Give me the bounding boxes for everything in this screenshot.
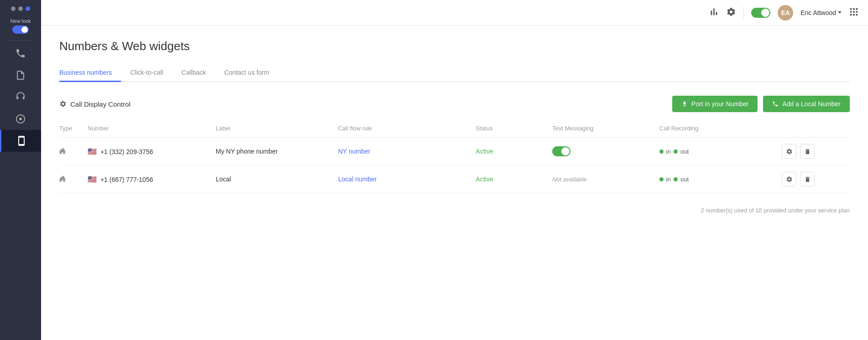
row2-recording: in out	[654, 165, 776, 193]
row1-recording-indicators: in out	[659, 148, 771, 155]
row2-rec-in-label: in	[666, 176, 671, 183]
dot-2	[18, 6, 23, 11]
sidebar-item-headset[interactable]	[0, 86, 41, 108]
port-in-button[interactable]: Port in your Number	[672, 96, 758, 112]
col-callflow: Call flow rule	[333, 121, 471, 138]
col-status: Status	[471, 121, 547, 138]
table-header: Type Number Label Call flow rule Status …	[59, 121, 850, 138]
trash-icon	[804, 148, 811, 155]
svg-rect-13	[63, 151, 63, 152]
row2-rec-out-dot	[674, 177, 678, 181]
row2-textmsg: Not available	[547, 165, 654, 193]
row2-status: Active	[471, 165, 547, 193]
svg-rect-6	[856, 11, 858, 13]
call-display-label: Call Display Control	[70, 100, 131, 108]
row2-number: 🇺🇸 +1 (667) 777-1056	[82, 165, 210, 193]
row1-action-col	[782, 144, 844, 159]
sidebar-divider-1	[8, 40, 33, 41]
tab-business-numbers[interactable]: Business numbers	[59, 64, 121, 82]
svg-rect-9	[856, 14, 858, 15]
row1-callflow-link[interactable]: NY number	[338, 148, 371, 155]
svg-rect-1	[850, 8, 852, 10]
row1-recording: in out	[654, 138, 776, 165]
svg-rect-15	[64, 177, 65, 178]
row1-rec-out-label: out	[680, 148, 689, 155]
tabs-bar: Business numbers Click-to-call Callback …	[59, 64, 850, 82]
new-look-badge: New look	[10, 18, 31, 34]
row1-textmsg-toggle[interactable]	[552, 146, 570, 156]
svg-rect-14	[63, 177, 63, 178]
row2-type	[59, 165, 82, 193]
new-look-label: New look	[10, 18, 31, 24]
sidebar-top-dots	[0, 0, 41, 15]
row1-rec-out-dot	[674, 149, 678, 154]
col-actions	[776, 121, 850, 138]
sidebar-item-contacts[interactable]	[0, 64, 41, 86]
row2-recording-indicators: in out	[659, 176, 771, 183]
tab-contact-us-form[interactable]: Contact us form	[215, 64, 278, 82]
settings-icon[interactable]	[726, 7, 736, 19]
settings-small-icon-2	[786, 176, 793, 183]
row1-callflow: NY number	[333, 138, 471, 165]
table-body: 🇺🇸 +1 (332) 209-3756 My NY phone number …	[59, 138, 850, 193]
header-divider	[743, 6, 744, 19]
row2-label: Local	[210, 165, 333, 193]
chart-icon[interactable]	[709, 7, 719, 19]
svg-rect-10	[63, 149, 63, 150]
row1-label: My NY phone number	[210, 138, 333, 165]
header-toggle-thumb	[761, 9, 769, 17]
tab-callback[interactable]: Callback	[173, 64, 215, 82]
sidebar: New look	[0, 0, 41, 340]
apps-icon[interactable]	[849, 7, 859, 19]
row1-number: 🇺🇸 +1 (332) 209-3756	[82, 138, 210, 165]
new-look-toggle-thumb	[21, 26, 28, 33]
row2-action-col	[782, 172, 844, 186]
row1-status: Active	[471, 138, 547, 165]
sidebar-item-integrations[interactable]	[0, 108, 41, 130]
row1-type	[59, 138, 82, 165]
avatar: EA	[778, 5, 793, 21]
headset-icon	[15, 92, 26, 103]
dot-3	[26, 6, 30, 11]
svg-rect-5	[853, 11, 855, 13]
svg-rect-4	[850, 11, 852, 13]
row1-rec-in-label: in	[666, 148, 671, 155]
toolbar-buttons: Port in your Number Add a Local Number	[672, 96, 850, 112]
user-name-label[interactable]: Eric Attwood	[800, 9, 842, 16]
tab-click-to-call[interactable]: Click-to-call	[121, 64, 172, 82]
building-icon-row1	[59, 149, 68, 156]
svg-point-0	[19, 118, 22, 120]
download-icon	[681, 101, 688, 107]
toolbar: Call Display Control Port in your Number…	[59, 96, 850, 112]
row1-settings-button[interactable]	[782, 144, 796, 159]
row2-callflow: Local number	[333, 165, 471, 193]
row2-callflow-link[interactable]: Local number	[338, 175, 377, 183]
sidebar-item-phone[interactable]	[0, 42, 41, 64]
header-toggle[interactable]	[751, 8, 770, 18]
row1-delete-button[interactable]	[800, 144, 815, 159]
call-display-control[interactable]: Call Display Control	[59, 100, 131, 108]
row2-settings-button[interactable]	[782, 172, 796, 186]
phone-plus-icon	[772, 101, 779, 107]
svg-rect-17	[63, 179, 63, 180]
row2-delete-button[interactable]	[800, 172, 815, 186]
row1-textmsg-thumb	[561, 147, 570, 155]
svg-rect-7	[850, 14, 852, 15]
sidebar-item-numbers[interactable]	[0, 130, 41, 152]
settings-small-icon	[786, 148, 793, 155]
row1-textmsg	[547, 138, 654, 165]
col-textmsg: Text Messaging	[547, 121, 654, 138]
add-local-number-button[interactable]: Add a Local Number	[763, 96, 850, 112]
dot-1	[11, 6, 16, 11]
table-row: 🇺🇸 +1 (332) 209-3756 My NY phone number …	[59, 138, 850, 165]
trash-icon-2	[804, 176, 811, 183]
contacts-icon	[15, 70, 26, 81]
row2-not-available: Not available	[552, 176, 586, 183]
content-area: Numbers & Web widgets Business numbers C…	[41, 26, 868, 340]
row1-rec-in-dot	[659, 149, 664, 154]
svg-rect-2	[853, 8, 855, 10]
col-recording: Call Recording	[654, 121, 776, 138]
row1-actions	[776, 138, 850, 165]
new-look-toggle[interactable]	[12, 26, 29, 34]
row2-rec-in-dot	[659, 177, 664, 181]
